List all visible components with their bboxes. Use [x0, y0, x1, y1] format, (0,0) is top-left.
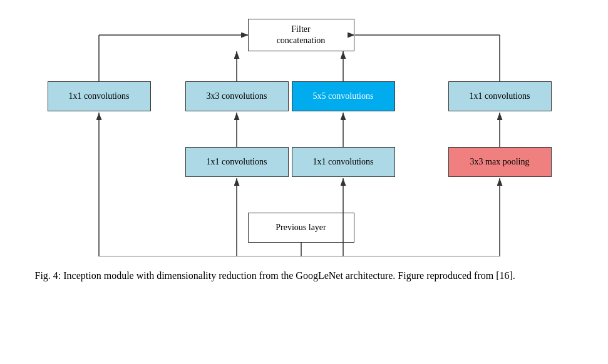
- caption: Fig. 4: Inception module with dimensiona…: [35, 268, 574, 284]
- conv-1x1-right-label: 1x1 convolutions: [470, 91, 530, 102]
- reduce-3x3-box: 1x1 convolutions: [185, 147, 289, 177]
- max-pool-label: 3x3 max pooling: [470, 156, 530, 168]
- conv-3x3-label: 3x3 convolutions: [207, 91, 267, 102]
- conv-1x1-left-box: 1x1 convolutions: [48, 81, 151, 111]
- conv-5x5-box: 5x5 convolutions: [292, 81, 395, 111]
- reduce-5x5-box: 1x1 convolutions: [292, 147, 395, 177]
- prev-layer-box: Previous layer: [248, 213, 354, 243]
- diagram: Filterconcatenation 1x1 convolutions 3x3…: [35, 13, 574, 256]
- filter-concat-box: Filterconcatenation: [248, 19, 354, 51]
- conv-1x1-right-box: 1x1 convolutions: [448, 81, 552, 111]
- conv-5x5-label: 5x5 convolutions: [313, 91, 374, 102]
- caption-text: Fig. 4: Inception module with dimensiona…: [35, 270, 515, 281]
- prev-layer-label: Previous layer: [276, 222, 326, 233]
- conv-3x3-box: 3x3 convolutions: [185, 81, 289, 111]
- reduce-5x5-label: 1x1 convolutions: [313, 156, 374, 168]
- conv-1x1-left-label: 1x1 convolutions: [69, 91, 130, 102]
- reduce-3x3-label: 1x1 convolutions: [207, 156, 267, 168]
- filter-concat-label: Filterconcatenation: [277, 24, 326, 46]
- max-pool-box: 3x3 max pooling: [448, 147, 552, 177]
